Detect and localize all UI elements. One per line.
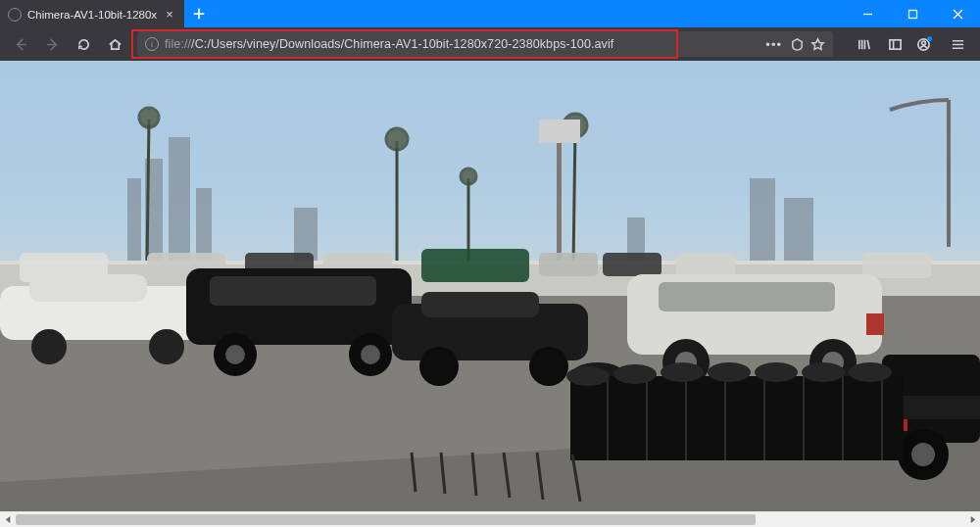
- back-button[interactable]: [6, 30, 35, 58]
- scroll-thumb[interactable]: [16, 514, 756, 525]
- home-button[interactable]: [100, 30, 129, 58]
- svg-rect-46: [421, 292, 539, 317]
- svg-rect-30: [421, 249, 529, 282]
- site-info-icon[interactable]: i: [145, 37, 159, 51]
- svg-marker-85: [970, 516, 975, 523]
- svg-rect-55: [866, 313, 884, 335]
- svg-point-15: [386, 128, 408, 150]
- svg-rect-21: [557, 143, 562, 264]
- svg-rect-11: [784, 198, 813, 264]
- tab-title: Chimera-AV1-10bit-1280x720-2380: [27, 9, 157, 21]
- nav-toolbar: i file:///C:/Users/viney/Downloads/Chime…: [0, 27, 980, 61]
- svg-point-77: [849, 362, 892, 382]
- window-close-button[interactable]: [935, 0, 980, 27]
- svg-point-72: [613, 364, 657, 384]
- scroll-left-button[interactable]: [0, 512, 16, 528]
- urlbar-container: i file:///C:/Users/viney/Downloads/Chime…: [131, 31, 839, 57]
- svg-point-19: [461, 168, 476, 184]
- svg-line-12: [147, 120, 149, 266]
- library-button[interactable]: [849, 30, 878, 58]
- app-menu-button[interactable]: [943, 30, 972, 58]
- svg-point-38: [149, 329, 184, 364]
- toolbar-right-group: [841, 30, 974, 58]
- svg-point-13: [139, 108, 159, 127]
- scroll-track[interactable]: [16, 512, 964, 527]
- svg-rect-32: [603, 253, 662, 276]
- reader-view-icon[interactable]: [790, 37, 805, 52]
- svg-rect-10: [750, 178, 775, 264]
- svg-point-71: [566, 366, 610, 386]
- library-icon: [857, 37, 871, 52]
- svg-point-76: [802, 362, 845, 382]
- svg-point-47: [419, 347, 459, 386]
- svg-rect-31: [539, 253, 598, 276]
- svg-point-74: [708, 362, 751, 382]
- svg-point-73: [661, 362, 704, 382]
- window-controls: [845, 0, 980, 27]
- window-minimize-button[interactable]: [845, 0, 890, 27]
- svg-point-59: [911, 443, 935, 466]
- home-icon: [108, 37, 122, 52]
- svg-rect-34: [862, 253, 931, 278]
- svg-point-75: [755, 362, 798, 382]
- arrow-left-icon: [14, 37, 28, 52]
- svg-point-37: [31, 329, 67, 364]
- page-actions-button[interactable]: •••: [765, 37, 784, 52]
- reload-button[interactable]: [69, 30, 98, 58]
- tab-close-button[interactable]: ×: [163, 8, 176, 22]
- arrow-right-icon: [45, 37, 60, 52]
- url-scheme: file://: [165, 37, 191, 51]
- horizontal-scrollbar[interactable]: [0, 511, 980, 527]
- svg-marker-84: [5, 516, 10, 523]
- browser-tab[interactable]: Chimera-AV1-10bit-1280x720-2380 ×: [0, 0, 184, 27]
- svg-rect-50: [659, 282, 835, 311]
- content-image: [0, 61, 980, 511]
- content-viewport: [0, 61, 980, 511]
- url-text: file:///C:/Users/viney/Downloads/Chimera…: [165, 37, 760, 51]
- titlebar-drag-area[interactable]: [214, 0, 845, 27]
- svg-rect-4: [127, 178, 141, 266]
- svg-point-42: [225, 345, 245, 364]
- svg-rect-40: [210, 276, 376, 306]
- forward-button[interactable]: [37, 30, 67, 58]
- tab-favicon: [8, 8, 22, 22]
- svg-rect-0: [908, 10, 916, 18]
- window-maximize-button[interactable]: [890, 0, 935, 27]
- url-path: /C:/Users/viney/Downloads/Chimera-AV1-10…: [191, 37, 613, 51]
- url-bar[interactable]: i file:///C:/Users/viney/Downloads/Chime…: [137, 31, 833, 57]
- bookmark-star-icon[interactable]: [810, 37, 825, 52]
- new-tab-button[interactable]: [184, 0, 214, 27]
- svg-rect-62: [570, 376, 904, 460]
- sidebars-button[interactable]: [880, 30, 909, 58]
- scroll-right-button[interactable]: [964, 512, 980, 528]
- svg-point-48: [529, 347, 568, 386]
- account-button[interactable]: [911, 30, 941, 58]
- svg-point-3: [922, 41, 926, 45]
- svg-rect-6: [169, 137, 190, 266]
- reload-icon: [76, 37, 91, 52]
- hamburger-icon: [951, 37, 965, 52]
- svg-rect-36: [29, 274, 147, 302]
- svg-rect-33: [676, 253, 735, 276]
- window-titlebar: Chimera-AV1-10bit-1280x720-2380 ×: [0, 0, 980, 27]
- sidebar-icon: [888, 37, 903, 52]
- svg-rect-1: [889, 39, 900, 48]
- svg-line-16: [573, 127, 575, 266]
- svg-rect-20: [539, 120, 580, 143]
- svg-point-44: [361, 345, 380, 364]
- account-notification-dot: [927, 36, 932, 41]
